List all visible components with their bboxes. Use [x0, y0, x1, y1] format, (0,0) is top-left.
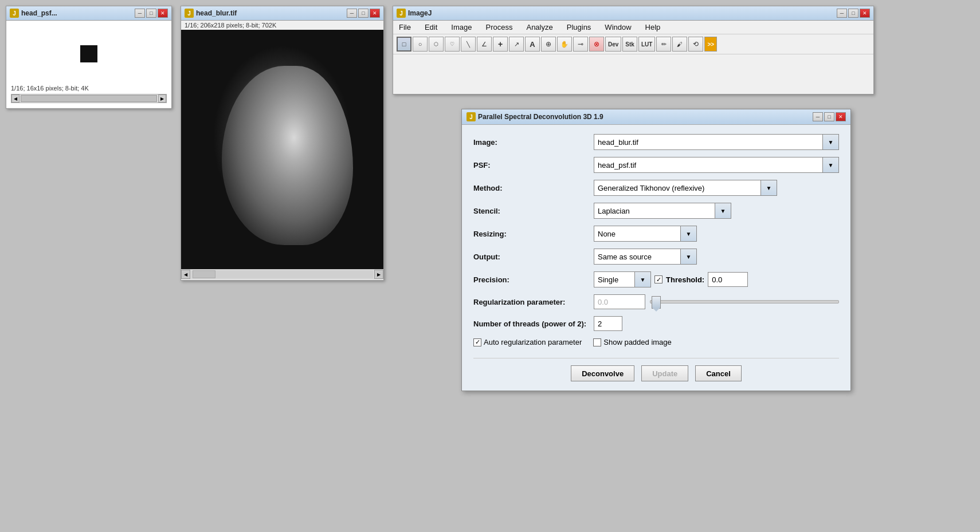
- tool-pencil[interactable]: [656, 37, 671, 52]
- tool-oval[interactable]: [413, 37, 428, 52]
- cancel-button[interactable]: Cancel: [695, 365, 742, 381]
- checkboxes-row: ✓ Auto regularization parameter Show pad…: [473, 338, 839, 346]
- psf-label: PSF:: [473, 161, 594, 170]
- deconv-minimize-btn[interactable]: ─: [813, 112, 823, 121]
- threshold-input[interactable]: [708, 272, 748, 287]
- tool-line[interactable]: [461, 37, 476, 52]
- stencil-dropdown-combo[interactable]: Laplacian ▼: [594, 203, 731, 219]
- psf-dropdown-arrow[interactable]: ▼: [823, 157, 839, 173]
- tool-hand[interactable]: [557, 37, 572, 52]
- stencil-dropdown-field[interactable]: Laplacian: [594, 203, 715, 219]
- blur-scroll-right-btn[interactable]: ▶: [374, 270, 383, 279]
- tool-angle[interactable]: [477, 37, 492, 52]
- image-dropdown-arrow[interactable]: ▼: [823, 134, 839, 150]
- menu-file[interactable]: File: [397, 22, 413, 33]
- deconv-close-btn[interactable]: ✕: [836, 112, 846, 121]
- blur-scrollbar[interactable]: ◀ ▶: [181, 269, 383, 279]
- psf-scrollbar[interactable]: ◀ ▶: [11, 94, 167, 103]
- tool-more-tools[interactable]: >>: [704, 37, 717, 52]
- psf-scroll-thumb[interactable]: [21, 95, 157, 102]
- image-dropdown-combo[interactable]: head_blur.tif ▼: [594, 134, 839, 150]
- deconv-window-title: Parallel Spectral Deconvolution 3D 1.9: [478, 113, 603, 121]
- resizing-dropdown-arrow[interactable]: ▼: [681, 226, 697, 242]
- tool-zoom[interactable]: [541, 37, 556, 52]
- show-padded-checkbox[interactable]: [593, 338, 601, 346]
- update-button[interactable]: Update: [641, 365, 688, 381]
- tool-circle-x[interactable]: [589, 37, 604, 52]
- tool-point[interactable]: [493, 37, 508, 52]
- auto-reg-checkbox[interactable]: ✓: [473, 338, 481, 346]
- auto-reg-checkbox-label[interactable]: ✓ Auto regularization parameter: [473, 338, 582, 346]
- reg-param-slider[interactable]: [650, 300, 839, 304]
- tool-paintbrush[interactable]: [672, 37, 687, 52]
- tool-lut[interactable]: LUT: [638, 37, 655, 52]
- method-dropdown-combo[interactable]: Generalized Tikhonov (reflexive) ▼: [594, 180, 777, 196]
- psf-image-display: [11, 25, 167, 82]
- menu-plugins[interactable]: Plugins: [565, 22, 594, 33]
- tool-dev[interactable]: Dev: [605, 37, 621, 52]
- deconv-dialog: J Parallel Spectral Deconvolution 3D 1.9…: [461, 109, 851, 391]
- deconvolve-button[interactable]: Deconvolve: [571, 365, 634, 381]
- reg-param-input[interactable]: [594, 294, 645, 309]
- menu-help[interactable]: Help: [643, 22, 663, 33]
- precision-dropdown-field[interactable]: Single: [594, 271, 635, 287]
- tool-rectangle[interactable]: [397, 37, 411, 52]
- blur-scroll-track[interactable]: [191, 270, 373, 278]
- blur-window-icon: J: [185, 9, 194, 18]
- stencil-row: Stencil: Laplacian ▼: [473, 203, 839, 219]
- blur-scroll-thumb[interactable]: [193, 270, 215, 278]
- psf-titlebar: J head_psf... ─ □ ✕: [6, 6, 171, 21]
- tool-stk[interactable]: Stk: [622, 37, 637, 52]
- blur-close-btn[interactable]: ✕: [370, 9, 380, 18]
- menu-process[interactable]: Process: [484, 22, 515, 33]
- psf-scroll-right[interactable]: ▶: [158, 94, 166, 103]
- resizing-dropdown-field[interactable]: None: [594, 226, 681, 242]
- method-dropdown-field[interactable]: Generalized Tikhonov (reflexive): [594, 180, 761, 196]
- blur-scroll-left-btn[interactable]: ◀: [181, 270, 190, 279]
- imagej-title-area: J ImageJ: [397, 9, 432, 18]
- blur-window-title: head_blur.tif: [196, 9, 237, 17]
- resizing-dropdown-combo[interactable]: None ▼: [594, 226, 697, 242]
- precision-control: Single ▼ ✓ Threshold:: [594, 271, 839, 287]
- psf-minimize-btn[interactable]: ─: [135, 9, 145, 18]
- menu-window[interactable]: Window: [602, 22, 633, 33]
- output-dropdown-arrow[interactable]: ▼: [681, 249, 697, 265]
- tool-text[interactable]: [525, 37, 540, 52]
- imagej-maximize-btn[interactable]: □: [848, 9, 859, 18]
- stencil-dropdown-arrow[interactable]: ▼: [715, 203, 731, 219]
- deconv-maximize-btn[interactable]: □: [824, 112, 834, 121]
- tool-wand[interactable]: [509, 37, 524, 52]
- tool-rotate[interactable]: [688, 37, 703, 52]
- threshold-checkbox[interactable]: ✓: [654, 275, 663, 283]
- blur-window: J head_blur.tif ─ □ ✕ 1/16; 206x218 pixe…: [181, 6, 384, 281]
- reg-param-label: Regularization parameter:: [473, 298, 594, 306]
- blur-head-image: [181, 30, 383, 269]
- reg-param-slider-handle[interactable]: [652, 296, 661, 309]
- imagej-close-btn[interactable]: ✕: [860, 9, 870, 18]
- menu-image[interactable]: Image: [449, 22, 474, 33]
- menu-analyze[interactable]: Analyze: [524, 22, 555, 33]
- psf-close-btn[interactable]: ✕: [158, 9, 168, 18]
- output-dropdown-combo[interactable]: Same as source ▼: [594, 249, 697, 265]
- menu-edit[interactable]: Edit: [422, 22, 440, 33]
- psf-scroll-left[interactable]: ◀: [11, 94, 19, 103]
- tool-eyedropper[interactable]: [573, 37, 588, 52]
- method-dropdown-arrow[interactable]: ▼: [761, 180, 777, 196]
- tool-polygon[interactable]: [429, 37, 444, 52]
- threads-label: Number of threads (power of 2):: [473, 320, 594, 328]
- show-padded-checkbox-label[interactable]: Show padded image: [593, 338, 672, 346]
- method-label: Method:: [473, 184, 594, 192]
- threads-input[interactable]: [594, 316, 622, 331]
- blur-minimize-btn[interactable]: ─: [347, 9, 357, 18]
- reg-param-control: [594, 294, 839, 309]
- psf-dropdown-combo[interactable]: head_psf.tif ▼: [594, 157, 839, 173]
- psf-dropdown-field[interactable]: head_psf.tif: [594, 157, 823, 173]
- tool-freehand[interactable]: [445, 37, 460, 52]
- output-dropdown-field[interactable]: Same as source: [594, 249, 681, 265]
- imagej-minimize-btn[interactable]: ─: [837, 9, 847, 18]
- blur-maximize-btn[interactable]: □: [358, 9, 369, 18]
- image-dropdown-field[interactable]: head_blur.tif: [594, 134, 823, 150]
- precision-dropdown-arrow[interactable]: ▼: [635, 271, 651, 287]
- precision-dropdown-combo[interactable]: Single ▼: [594, 271, 651, 287]
- psf-maximize-btn[interactable]: □: [146, 9, 156, 18]
